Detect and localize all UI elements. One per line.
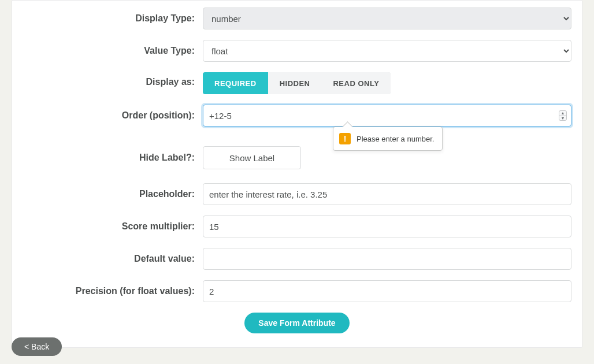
label-precision: Precision (for float values): — [23, 286, 203, 296]
back-button[interactable]: < Back — [12, 337, 62, 356]
save-row: Save Form Attribute — [12, 313, 582, 333]
validation-tooltip: ! Please enter a number. — [333, 127, 443, 151]
field-placeholder — [203, 183, 571, 205]
row-value-type: Value Type: float — [12, 40, 582, 62]
field-order: ▲ ▼ — [203, 105, 571, 127]
order-input[interactable] — [203, 105, 571, 127]
field-display-type: number — [203, 8, 571, 29]
spin-down-icon[interactable]: ▼ — [559, 116, 566, 121]
field-value-type: float — [203, 40, 571, 62]
precision-input[interactable] — [203, 280, 571, 302]
field-score-multiplier — [203, 216, 571, 237]
row-placeholder: Placeholder: — [12, 183, 582, 205]
label-hide-label: Hide Label?: — [23, 153, 203, 163]
warning-icon: ! — [339, 133, 351, 144]
form: Display Type: number Value Type: float D… — [12, 1, 582, 333]
label-display-type: Display Type: — [23, 13, 203, 24]
display-as-read-only[interactable]: READ ONLY — [321, 72, 391, 94]
display-as-hidden[interactable]: HIDDEN — [268, 72, 322, 94]
label-order: Order (position): — [23, 110, 203, 121]
value-type-select[interactable]: float — [203, 40, 571, 62]
row-display-type: Display Type: number — [12, 8, 582, 29]
row-hide-label: Hide Label?: Show Label — [12, 146, 582, 169]
score-multiplier-input[interactable] — [203, 216, 571, 237]
label-value-type: Value Type: — [23, 46, 203, 56]
form-card: Display Type: number Value Type: float D… — [12, 0, 582, 348]
validation-message: Please enter a number. — [357, 135, 434, 143]
page: Display Type: number Value Type: float D… — [0, 0, 594, 364]
row-default-value: Default value: — [12, 248, 582, 270]
save-form-attribute-button[interactable]: Save Form Attribute — [244, 313, 349, 333]
display-type-select[interactable]: number — [203, 8, 571, 29]
label-score-multiplier: Score multiplier: — [23, 221, 203, 232]
default-value-input[interactable] — [203, 248, 571, 270]
row-order: Order (position): ▲ ▼ ! Please enter a n… — [12, 105, 582, 127]
label-default-value: Default value: — [23, 254, 203, 264]
label-display-as: Display as: — [23, 72, 203, 87]
spin-up-icon[interactable]: ▲ — [559, 111, 566, 116]
order-spinner: ▲ ▼ — [559, 110, 567, 121]
display-as-toggle: REQUIRED HIDDEN READ ONLY — [203, 72, 391, 94]
label-placeholder: Placeholder: — [23, 189, 203, 199]
field-display-as: REQUIRED HIDDEN READ ONLY — [203, 72, 571, 94]
display-as-required[interactable]: REQUIRED — [203, 72, 268, 94]
row-display-as: Display as: REQUIRED HIDDEN READ ONLY — [12, 72, 582, 94]
row-score-multiplier: Score multiplier: — [12, 216, 582, 237]
field-precision — [203, 280, 571, 302]
show-label-button[interactable]: Show Label — [203, 146, 301, 169]
field-default-value — [203, 248, 571, 270]
row-precision: Precision (for float values): — [12, 280, 582, 302]
placeholder-input[interactable] — [203, 183, 571, 205]
